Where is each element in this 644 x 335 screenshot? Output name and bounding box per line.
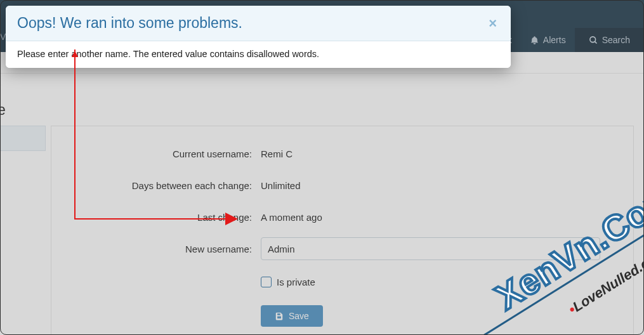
close-icon[interactable]: × bbox=[486, 15, 499, 32]
error-modal-message: Please enter another name. The entered v… bbox=[6, 41, 511, 68]
error-modal-header: Oops! We ran into some problems. × bbox=[6, 6, 511, 41]
error-modal-title: Oops! We ran into some problems. bbox=[17, 15, 486, 32]
error-modal: Oops! We ran into some problems. × Pleas… bbox=[6, 6, 511, 68]
